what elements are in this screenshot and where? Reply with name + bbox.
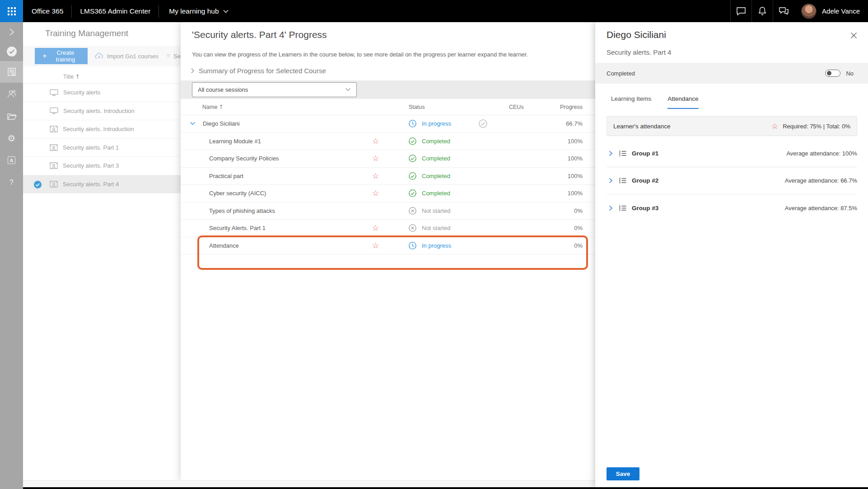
- check-circle-icon: [6, 46, 17, 57]
- not-started-x-icon: [409, 207, 416, 215]
- progress-row[interactable]: Practical part Completed 100%: [181, 168, 595, 185]
- filter-button[interactable]: Se: [167, 53, 181, 60]
- topbar-divider: [159, 5, 159, 18]
- chevron-right-icon[interactable]: [609, 205, 613, 211]
- app-launcher-button[interactable]: [0, 0, 23, 22]
- import-go1-button[interactable]: Import Go1 courses: [95, 53, 159, 60]
- training-management-panel: Training Management Create training Impo…: [23, 22, 181, 480]
- group-name: Group #1: [632, 150, 658, 157]
- groups-list: Group #1 Average attendance: 100% Group …: [595, 140, 868, 221]
- left-nav-rail: ⚙ ?: [0, 22, 23, 489]
- summary-toggle[interactable]: Summary of Progress for Selected Course: [191, 67, 595, 75]
- session-filter-band: All course sessions: [181, 80, 595, 99]
- save-button[interactable]: Save: [607, 467, 639, 480]
- group-row[interactable]: Group #2 Average attendance: 66.7%: [607, 167, 857, 194]
- progress-row[interactable]: Diego Siciliani In progress: [181, 115, 595, 133]
- status-label: Completed: [422, 173, 450, 179]
- progress-row[interactable]: Attendance In progress 0%: [181, 237, 595, 255]
- training-list-item[interactable]: Security alerts: [23, 84, 181, 102]
- office365-brand[interactable]: Office 365: [32, 7, 63, 15]
- progress-row[interactable]: Security Alerts. Part 1 Not started 0%: [181, 220, 595, 237]
- chevron-down-icon[interactable]: [190, 122, 196, 126]
- chevron-down-icon: [223, 9, 229, 13]
- nav-item-help[interactable]: ?: [0, 171, 23, 193]
- training-list-item[interactable]: Security alerts. Part 4: [23, 175, 181, 194]
- filter-funnel-icon: [167, 53, 170, 59]
- training-title: Security alerts. Introduction: [63, 126, 134, 132]
- course-person-icon: [50, 181, 58, 188]
- chat-button[interactable]: [730, 0, 751, 22]
- course-person-icon: [50, 162, 58, 169]
- nav-item-approvals[interactable]: [0, 42, 23, 61]
- ceu-check-icon: [479, 119, 487, 128]
- progress-value: 100%: [568, 138, 583, 145]
- chevron-right-icon[interactable]: [609, 178, 613, 183]
- column-ceus[interactable]: CEUs: [479, 104, 560, 110]
- gear-icon: ⚙: [8, 134, 16, 143]
- learner-name-title: Diego Siciliani: [607, 29, 857, 40]
- chevron-right-icon[interactable]: [609, 150, 613, 156]
- required-star-icon: [372, 155, 379, 162]
- close-button[interactable]: [850, 32, 857, 39]
- completed-toggle[interactable]: [825, 70, 840, 77]
- detail-tabs: Learning Items Attendance: [611, 95, 868, 109]
- required-star-icon: [771, 122, 778, 130]
- status-label: Not started: [422, 225, 451, 231]
- not-started-x-icon: [409, 224, 416, 232]
- group-row[interactable]: Group #1 Average attendance: 100%: [607, 140, 857, 167]
- tab[interactable]: Attendance: [667, 95, 698, 109]
- nav-item-settings[interactable]: ⚙: [0, 127, 23, 149]
- status-label: Completed: [422, 190, 450, 197]
- toggle-knob: [827, 71, 831, 75]
- training-title: Security alerts. Part 3: [63, 162, 119, 169]
- progress-row[interactable]: Cyber security (AICC) Completed 100%: [181, 185, 595, 202]
- progress-value: 0%: [574, 242, 583, 249]
- training-list-item[interactable]: Security alerts. Part 3: [23, 157, 181, 175]
- learner-attendance-label: Learner's attendance: [613, 123, 670, 130]
- required-total-value: Required: 75% | Total: 0%: [783, 123, 850, 130]
- course-sessions-dropdown[interactable]: All course sessions: [192, 82, 357, 97]
- completed-label: Completed: [607, 70, 635, 77]
- top-bar: Office 365 LMS365 Admin Center My learni…: [0, 0, 868, 22]
- column-name[interactable]: Name: [190, 103, 370, 110]
- bottom-strip: [23, 480, 595, 487]
- group-list-icon: [619, 205, 627, 212]
- avatar[interactable]: [801, 4, 817, 19]
- create-training-button[interactable]: Create training: [35, 48, 88, 64]
- progress-row[interactable]: Company Security Policies Completed 100%: [181, 150, 595, 168]
- course-person-icon: [50, 126, 58, 132]
- expand-nav-button[interactable]: [0, 22, 23, 42]
- progress-value: 0%: [574, 207, 583, 214]
- hub-menu-button[interactable]: My learning hub: [169, 7, 228, 15]
- group-row[interactable]: Group #3 Average attendance: 87.5%: [607, 194, 857, 221]
- create-training-label: Create training: [51, 49, 80, 63]
- panel-title: Training Management: [45, 28, 181, 38]
- admin-app-icon: [8, 156, 15, 164]
- nav-item-training-management[interactable]: [0, 61, 23, 83]
- training-list-item[interactable]: Security alerts. Part 1: [23, 139, 181, 157]
- column-progress[interactable]: Progress: [560, 104, 583, 110]
- nav-item-people[interactable]: [0, 83, 23, 105]
- import-go1-label: Import Go1 courses: [107, 53, 159, 60]
- nav-item-folder[interactable]: [0, 105, 23, 127]
- user-name[interactable]: Adele Vance: [822, 7, 860, 15]
- progress-row[interactable]: Learning Module #1 Completed 100%: [181, 133, 595, 150]
- topbar-divider: [71, 5, 72, 18]
- training-title: Security alerts. Part 1: [63, 144, 119, 151]
- training-list-item[interactable]: Security alerts. Introduction: [23, 102, 181, 121]
- admin-center-title[interactable]: LMS365 Admin Center: [80, 7, 150, 15]
- training-list: Security alerts Security alerts. Introdu…: [23, 84, 181, 193]
- in-progress-clock-icon: [409, 242, 416, 249]
- nav-item-admin-app[interactable]: [0, 149, 23, 171]
- progress-table: Diego Siciliani In progress: [181, 115, 595, 254]
- bell-icon: [758, 6, 766, 16]
- close-icon: [850, 32, 857, 39]
- training-list-item[interactable]: Security alerts. Introduction: [23, 120, 181, 139]
- column-status[interactable]: Status: [404, 104, 479, 110]
- progress-row[interactable]: Types of phishing attacks Not started 0%: [181, 202, 595, 220]
- sort-ascending-icon: [74, 73, 79, 80]
- title-column-header[interactable]: Title: [23, 70, 181, 84]
- tab[interactable]: Learning Items: [611, 95, 651, 109]
- notifications-button[interactable]: [751, 0, 773, 22]
- feedback-button[interactable]: [773, 0, 794, 22]
